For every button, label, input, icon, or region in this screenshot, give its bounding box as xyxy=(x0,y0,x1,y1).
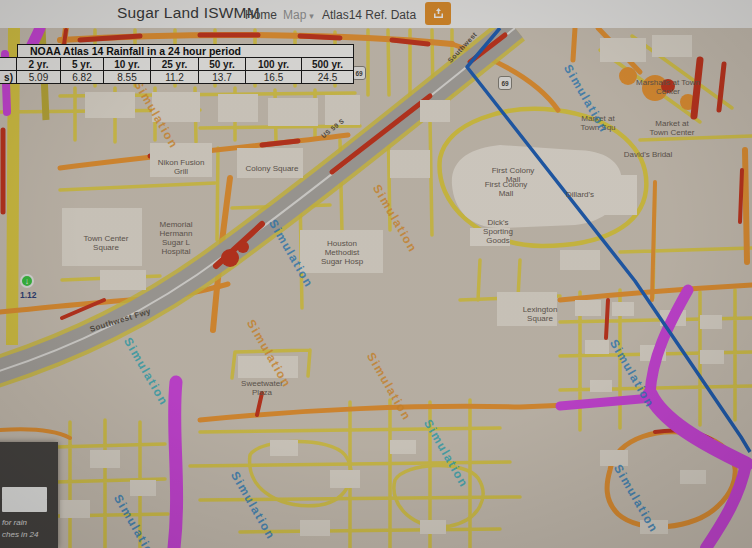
share-button[interactable] xyxy=(425,2,451,25)
label-marshalls-center: Marshalls at TownCenter xyxy=(636,78,700,96)
app-header: Sugar Land ISWMM Home Map▾ Atlas14 Ref. … xyxy=(0,0,752,28)
header-cell: 500 yr. xyxy=(302,57,354,71)
value-cell: 8.55 xyxy=(104,70,151,84)
nav-atlas14-ref-data[interactable]: Atlas14 Ref. Data xyxy=(322,8,416,22)
app-title: Sugar Land ISWMM xyxy=(117,4,260,22)
table-value-row: s) 5.09 6.82 8.55 11.2 13.7 16.5 24.5 xyxy=(0,70,354,84)
popup-text-line-1: for rain xyxy=(2,518,27,527)
label-nikon-fusion-grill: Nikon FusionGrill xyxy=(158,158,205,176)
marker-down-arrow-icon: ↓ xyxy=(20,274,34,288)
share-icon xyxy=(432,7,445,20)
value-cell: 5.09 xyxy=(17,70,61,84)
header-cell: 2 yr. xyxy=(17,57,61,71)
app-window: Nikon FusionGrill Colony Square Town Cen… xyxy=(0,0,752,548)
value-cell: 6.82 xyxy=(61,70,104,84)
marker-value: 1.12 xyxy=(20,290,37,300)
popup-text-line-2: ches in 24 xyxy=(2,530,38,539)
header-cell: 50 yr. xyxy=(199,57,246,71)
header-cell-blank xyxy=(0,57,17,71)
label-davids-bridal: David's Bridal xyxy=(624,150,673,159)
header-cell: 10 yr. xyxy=(104,57,151,71)
nav-map-label: Map xyxy=(283,8,306,22)
nav-map-dropdown[interactable]: Map▾ xyxy=(283,8,314,22)
rainfall-input-field-2[interactable] xyxy=(2,499,47,512)
table-header-row: 2 yr. 5 yr. 10 yr. 25 yr. 50 yr. 100 yr.… xyxy=(0,57,354,71)
header-cell: 5 yr. xyxy=(61,57,104,71)
value-cell: 24.5 xyxy=(302,70,354,84)
highway-shield-69a: 69 xyxy=(352,66,366,80)
rain-gauge-marker[interactable]: ↓ 1.12 xyxy=(20,274,37,300)
nav-home[interactable]: Home xyxy=(245,8,277,22)
label-dicks-sporting-goods: Dick'sSporting Goods xyxy=(483,218,513,245)
header-cell: 100 yr. xyxy=(246,57,302,71)
label-houston-methodist: HoustonMethodist Sugar Hosp xyxy=(321,239,363,266)
label-first-colony-mall-2: First ColonyMall xyxy=(485,180,528,198)
label-memorial-hermann: MemorialHermann Sugar LHospital xyxy=(160,220,193,256)
table-title: NOAA Atlas 14 Rainfall in a 24 hour peri… xyxy=(17,44,354,58)
label-market-at-town-center: Market atTown Center xyxy=(650,119,695,137)
value-cell: 13.7 xyxy=(199,70,246,84)
header-cell: 25 yr. xyxy=(151,57,199,71)
chevron-down-icon: ▾ xyxy=(309,11,314,21)
value-cell: 11.2 xyxy=(151,70,199,84)
label-lexington-square: LexingtonSquare xyxy=(523,305,558,323)
label-dillards: Dillard's xyxy=(566,190,594,199)
rainfall-input-popup: for rain ches in 24 xyxy=(0,442,58,548)
value-cell: 16.5 xyxy=(246,70,302,84)
label-town-center-square: Town CenterSquare xyxy=(84,234,129,252)
highway-shield-69b: 69 xyxy=(498,76,512,90)
row-label-cell: s) xyxy=(0,70,17,84)
noaa-rainfall-table: NOAA Atlas 14 Rainfall in a 24 hour peri… xyxy=(0,44,354,84)
label-colony-square: Colony Square xyxy=(246,164,299,173)
